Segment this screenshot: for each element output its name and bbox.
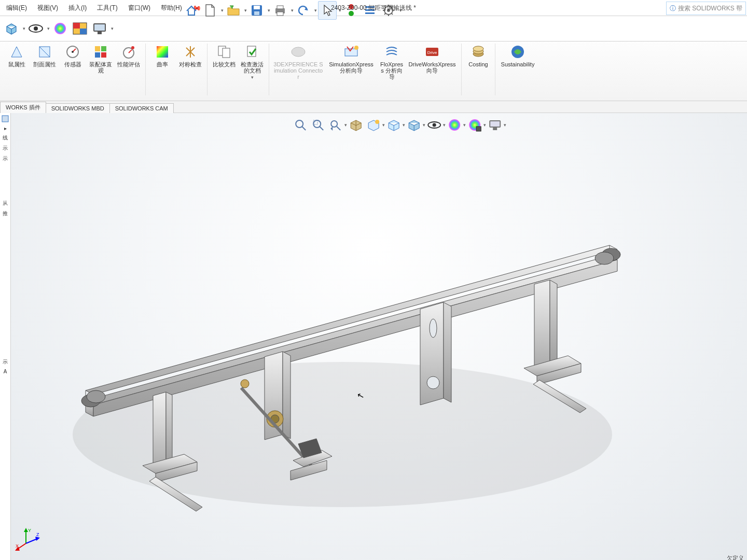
chevron-down-icon[interactable]: ▾: [23, 26, 25, 31]
rb-mass-props[interactable]: 鼠属性: [4, 44, 29, 67]
menu-insert[interactable]: 插入(I): [63, 1, 92, 15]
scene-button[interactable]: [71, 19, 89, 38]
chevron-down-icon[interactable]: ▾: [244, 8, 247, 13]
svg-point-46: [292, 47, 305, 57]
svg-rect-37: [95, 52, 100, 58]
svg-marker-97: [444, 302, 451, 402]
fm-item[interactable]: 示: [3, 155, 8, 162]
rb-symmetry[interactable]: 对称检查: [178, 44, 203, 67]
visibility-button[interactable]: [26, 19, 45, 38]
rb-curvature[interactable]: 曲率: [150, 44, 175, 67]
svg-point-92: [241, 380, 249, 388]
fm-item[interactable]: 线: [3, 134, 8, 142]
appearance-button[interactable]: [51, 19, 70, 38]
svg-rect-28: [94, 24, 105, 31]
svg-marker-88: [283, 352, 290, 439]
tab-mbd[interactable]: SOLIDWORKS MBD: [46, 103, 110, 113]
rb-sensor[interactable]: 传感器: [60, 44, 85, 67]
chevron-down-icon[interactable]: ▾: [111, 26, 114, 31]
ribbon: 鼠属性 剖面属性 传感器 装配体直观 性能评估 曲率 对称检查 比较文档 检查激…: [0, 41, 747, 101]
tab-plugins[interactable]: WORKS 插件: [0, 102, 46, 113]
fm-item[interactable]: A: [4, 369, 7, 374]
svg-point-98: [430, 319, 437, 338]
svg-rect-2: [254, 11, 259, 15]
svg-text:X: X: [16, 543, 19, 549]
rb-costing[interactable]: Costing: [466, 44, 491, 67]
fm-item[interactable]: 示: [3, 358, 8, 366]
svg-rect-44: [223, 48, 230, 58]
svg-marker-83: [166, 392, 172, 469]
menu-window[interactable]: 窗口(W): [123, 1, 156, 15]
rb-sustainability[interactable]: Sustainability: [500, 44, 536, 67]
svg-rect-5: [277, 12, 283, 16]
svg-point-23: [54, 23, 66, 34]
command-manager-tabs: WORKS 插件 SOLIDWORKS MBD SOLIDWORKS CAM: [0, 101, 747, 113]
display-button[interactable]: [90, 19, 109, 38]
fm-item[interactable]: 从: [3, 200, 8, 207]
graphics-area[interactable]: ▸ 线 示 示 从 推 示 A ▾ ▾ ▾ ▾ ▾ ▾ ▾ ▾: [0, 113, 747, 560]
print-button[interactable]: [271, 2, 289, 19]
save-button[interactable]: [248, 2, 266, 19]
menubar: 编辑(E) 视图(V) 插入(I) 工具(T) 窗口(W) 帮助(H) 📌 ▾ …: [0, 0, 747, 16]
rb-simxpress[interactable]: SimulationXpress 分析向导: [326, 44, 376, 74]
rb-assembly-vis[interactable]: 装配体直观: [88, 44, 113, 74]
rb-driveworks[interactable]: DriveDriveWorksXpress 向导: [407, 44, 457, 74]
svg-text:Y: Y: [28, 528, 31, 533]
model-render: [10, 113, 659, 560]
rb-floxpress[interactable]: FloXpress 分析向导: [379, 44, 404, 80]
svg-rect-25: [73, 23, 80, 29]
svg-point-79: [87, 390, 105, 403]
chevron-down-icon[interactable]: ▾: [314, 8, 317, 13]
rb-performance[interactable]: 性能评估: [116, 44, 141, 67]
svg-rect-1: [254, 6, 260, 9]
svg-rect-29: [98, 32, 102, 34]
svg-rect-42: [157, 46, 168, 58]
expand-icon[interactable]: ▸: [4, 125, 7, 131]
svg-rect-38: [101, 52, 106, 58]
svg-rect-26: [80, 29, 87, 34]
rb-3dexp: 3DEXPERIENCE Simulation Connector: [273, 44, 323, 80]
svg-marker-106: [24, 528, 28, 532]
menu-view[interactable]: 视图(V): [32, 1, 63, 15]
open-button[interactable]: [225, 2, 242, 19]
svg-point-53: [473, 46, 483, 51]
svg-line-19: [384, 13, 386, 15]
svg-point-48: [354, 46, 358, 50]
search-help[interactable]: ⓘ 搜索 SOLIDWORKS 帮: [666, 2, 746, 15]
svg-rect-10: [365, 12, 375, 14]
tab-cam[interactable]: SOLIDWORKS CAM: [109, 103, 174, 113]
svg-text:Drive: Drive: [427, 50, 437, 55]
fm-item[interactable]: 推: [3, 210, 8, 217]
fm-icon[interactable]: [2, 115, 9, 122]
svg-point-41: [131, 46, 134, 49]
svg-rect-36: [101, 46, 106, 51]
svg-point-99: [427, 376, 439, 389]
rb-check-active[interactable]: 检查激活的文档▾: [240, 44, 265, 80]
svg-line-18: [391, 13, 393, 15]
svg-marker-100: [534, 280, 550, 371]
svg-text:Z: Z: [36, 532, 39, 537]
svg-marker-108: [35, 537, 40, 541]
orientation-triad[interactable]: Y Z X: [15, 527, 40, 553]
svg-point-34: [72, 51, 74, 53]
chevron-down-icon[interactable]: ▾: [47, 26, 50, 31]
undo-button[interactable]: [295, 2, 312, 19]
menu-edit[interactable]: 编辑(E): [1, 1, 32, 15]
rb-section-props[interactable]: 剖面属性: [32, 44, 57, 67]
svg-marker-82: [153, 392, 166, 470]
fm-item[interactable]: 示: [3, 145, 8, 152]
home-button[interactable]: [183, 2, 200, 19]
search-placeholder: 搜索 SOLIDWORKS 帮: [678, 4, 742, 13]
svg-rect-55: [2, 116, 8, 122]
menu-tools[interactable]: 工具(T): [92, 1, 122, 15]
new-button[interactable]: [201, 2, 219, 19]
svg-marker-96: [420, 302, 444, 405]
show-cube-button[interactable]: [2, 19, 21, 38]
svg-rect-4: [277, 6, 283, 9]
chevron-down-icon[interactable]: ▾: [221, 8, 224, 13]
feature-manager-collapsed[interactable]: ▸ 线 示 示 从 推 示 A: [0, 113, 11, 560]
status-text: 欠定义: [727, 554, 744, 560]
rb-compare[interactable]: 比较文档: [212, 44, 237, 67]
chevron-down-icon[interactable]: ▾: [291, 8, 294, 13]
chevron-down-icon[interactable]: ▾: [268, 8, 270, 13]
